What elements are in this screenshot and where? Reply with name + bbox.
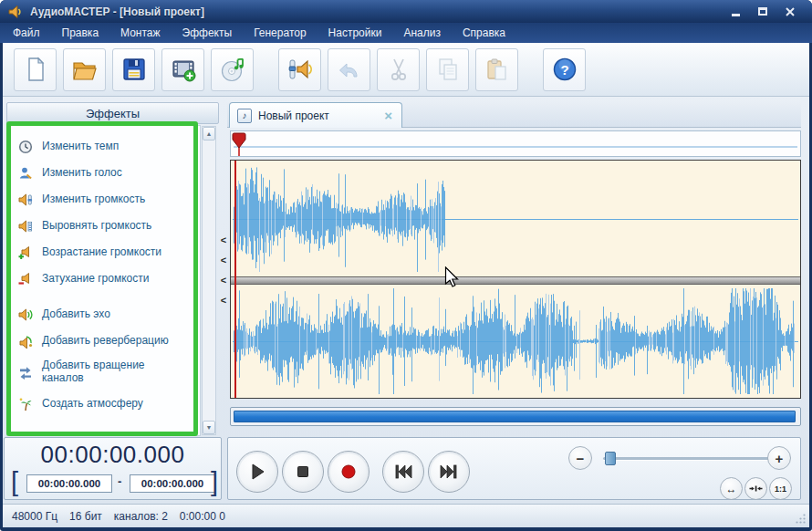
- timeline-ruler[interactable]: [230, 130, 801, 157]
- zoom-out-button[interactable]: −: [568, 446, 592, 470]
- svg-text:?: ?: [560, 62, 568, 78]
- paste-button[interactable]: [475, 48, 518, 91]
- ruler-track: [234, 146, 797, 148]
- effect-item-fade-out[interactable]: Затухание громкости: [7, 266, 200, 292]
- resize-grip-icon[interactable]: [795, 513, 807, 525]
- fade-in-icon: [18, 245, 33, 260]
- menu-item-file[interactable]: Файл: [13, 26, 40, 39]
- scroll-up-button[interactable]: ▲: [203, 127, 215, 141]
- stop-icon: [292, 461, 314, 483]
- music-note-icon: ♪: [237, 109, 252, 123]
- record-button[interactable]: [328, 451, 370, 493]
- skip-to-end-button[interactable]: [428, 451, 470, 493]
- skip-to-end-icon: [438, 461, 460, 483]
- copy-icon: [434, 56, 462, 83]
- channel-divider[interactable]: [231, 276, 800, 285]
- new-project-button[interactable]: [14, 48, 57, 91]
- cut-button[interactable]: [377, 48, 420, 91]
- stop-button[interactable]: [282, 451, 324, 493]
- fit-selection-button[interactable]: [744, 477, 767, 500]
- effects-scrollbar[interactable]: ▲ ▼: [202, 126, 216, 435]
- open-folder-icon: [71, 56, 99, 83]
- close-button[interactable]: [781, 5, 799, 19]
- save-button[interactable]: [112, 48, 155, 91]
- title-bar[interactable]: АудиоМАСТЕР - [Новый проект]: [0, 0, 812, 23]
- zoom-ratio-label: 1:1: [775, 484, 786, 494]
- extract-audio-from-video-button[interactable]: [161, 48, 204, 91]
- zoom-in-button[interactable]: +: [767, 446, 791, 470]
- minimize-button[interactable]: [726, 5, 744, 19]
- undo-icon: [336, 56, 363, 83]
- normalize-icon: [18, 219, 33, 234]
- effect-item-change-tempo[interactable]: Изменить темп: [7, 133, 200, 160]
- effect-item-normalize-volume[interactable]: Выровнять громкость: [7, 213, 200, 239]
- transport-panel: − + ↔ 1:1: [227, 437, 801, 500]
- copy-button[interactable]: [426, 48, 469, 91]
- open-file-button[interactable]: [63, 48, 106, 91]
- speaker-mixer-icon: [286, 56, 314, 83]
- skip-to-start-icon: [392, 461, 414, 483]
- record-icon: [338, 461, 359, 483]
- selection-start-field[interactable]: 00:00:00.000: [26, 474, 112, 493]
- echo-icon: [18, 307, 33, 322]
- zoom-1-1-button[interactable]: 1:1: [769, 477, 792, 500]
- play-button[interactable]: [236, 451, 278, 493]
- effect-item-create-atmosphere[interactable]: Создать атмосферу: [7, 390, 200, 417]
- menu-item-edit[interactable]: Правка: [62, 26, 99, 39]
- effects-panel-header: Эффекты: [6, 102, 219, 124]
- help-button[interactable]: ?: [543, 48, 586, 91]
- play-icon: [246, 461, 268, 483]
- current-time-display: 00:00:00.000: [5, 441, 221, 469]
- menu-item-help[interactable]: Справка: [463, 26, 505, 39]
- effect-item-add-echo[interactable]: Добавить эхо: [7, 301, 200, 328]
- menu-item-effects[interactable]: Эффекты: [182, 26, 233, 39]
- panel-splitter[interactable]: < < < <: [219, 235, 228, 306]
- collapse-panel-icon[interactable]: <: [221, 276, 226, 286]
- collapse-panel-icon[interactable]: <: [221, 296, 226, 306]
- app-logo-icon: [7, 4, 24, 20]
- waveform-h-scrollbar[interactable]: [230, 407, 801, 426]
- effect-item-channel-rotation[interactable]: Добавить вращение каналов: [7, 354, 200, 390]
- waveform-panel[interactable]: [230, 160, 801, 399]
- undo-button[interactable]: [328, 48, 370, 91]
- volume-icon: [18, 193, 33, 207]
- effect-item-fade-in[interactable]: Возрастание громкости: [7, 239, 200, 266]
- effect-item-equalizer[interactable]: Эквалайзер: [7, 426, 200, 436]
- atmosphere-icon: [18, 397, 33, 411]
- close-icon: [785, 6, 796, 17]
- fit-width-icon: ↔: [726, 483, 737, 495]
- collapse-panel-icon[interactable]: <: [221, 255, 226, 266]
- skip-to-start-button[interactable]: [382, 451, 424, 493]
- voice-icon: [18, 166, 33, 181]
- zoom-slider-handle[interactable]: [605, 452, 616, 465]
- time-display-panel: 00:00:00.000 [ 00:00:00.000 - 00:00:00.0…: [4, 437, 222, 500]
- h-scrollbar-thumb[interactable]: [234, 411, 796, 422]
- scroll-down-button[interactable]: ▼: [203, 421, 215, 434]
- maximize-button[interactable]: [754, 5, 772, 19]
- effects-list: Изменить темп Изменить голос Изменить гр…: [6, 125, 201, 436]
- status-bit-depth: 16 бит: [69, 510, 102, 523]
- menu-item-montage[interactable]: Монтаж: [120, 26, 161, 39]
- maximize-icon: [758, 7, 767, 16]
- effect-item-change-volume[interactable]: Изменить громкость: [7, 186, 200, 213]
- collapse-panel-icon[interactable]: <: [221, 235, 226, 245]
- menu-item-analysis[interactable]: Анализ: [403, 26, 441, 39]
- list-spacer: [7, 292, 200, 301]
- menu-item-generator[interactable]: Генератор: [254, 26, 306, 39]
- effect-item-change-voice[interactable]: Изменить голос: [7, 160, 200, 186]
- save-floppy-icon: [120, 56, 148, 83]
- fit-width-button[interactable]: ↔: [720, 477, 743, 500]
- status-bar: 48000 Гц 16 бит каналов: 2 0:00:00 0: [3, 504, 809, 527]
- grab-audio-from-cd-button[interactable]: [211, 48, 254, 91]
- selection-end-field[interactable]: 00:00:00.000: [130, 474, 215, 493]
- tab-new-project[interactable]: ♪ Новый проект ×: [229, 102, 402, 128]
- effect-item-add-reverb[interactable]: Добавить реверберацию: [7, 328, 200, 354]
- playhead-pin-icon[interactable]: [232, 132, 246, 156]
- menu-item-settings[interactable]: Настройки: [328, 26, 382, 39]
- playhead-line: [234, 161, 236, 398]
- status-sample-rate: 48000 Гц: [12, 510, 57, 523]
- volume-tools-button[interactable]: [278, 48, 321, 91]
- status-channels: каналов: 2: [114, 510, 168, 523]
- zoom-slider-track[interactable]: [603, 457, 773, 460]
- tab-close-icon[interactable]: ×: [382, 109, 394, 122]
